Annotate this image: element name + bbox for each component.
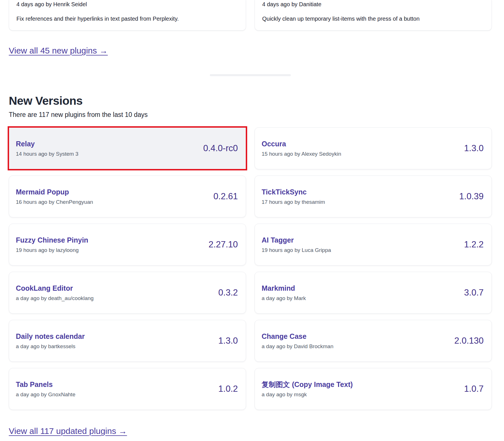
plugin-info: Mermaid Popup 16 hours ago by ChenPengyu… (16, 188, 93, 205)
plugin-info: Markmind a day ago by Mark (262, 284, 306, 302)
updated-plugin-cell: 复制图文 (Copy Image Text) a day ago by msgk… (255, 368, 492, 410)
plugin-name-link[interactable]: Change Case (262, 332, 333, 341)
updated-plugin-cell: Occura 15 hours ago by Alexey Sedoykin 1… (255, 127, 492, 169)
plugin-version: 1.3.0 (464, 143, 484, 154)
plugin-name-link[interactable]: Mermaid Popup (16, 188, 93, 196)
updated-plugin-cell: TickTickSync 17 hours ago by thesamim 1.… (255, 175, 492, 217)
new-plugins-grid: 4 days ago by Henrik Seidel Fix referenc… (9, 0, 492, 31)
plugin-byline: 19 hours ago by lazyloong (16, 247, 88, 254)
plugin-name-link[interactable]: TickTickSync (262, 188, 325, 196)
updated-plugin-card[interactable]: Daily notes calendar a day ago by bartke… (9, 320, 246, 362)
new-plugin-card[interactable]: 4 days ago by Henrik Seidel Fix referenc… (9, 0, 246, 31)
plugin-name-link[interactable]: Occura (262, 140, 341, 148)
plugin-byline: 14 hours ago by System 3 (16, 150, 78, 157)
updated-plugin-card[interactable]: Occura 15 hours ago by Alexey Sedoykin 1… (255, 127, 492, 169)
updated-plugin-cell: Markmind a day ago by Mark 3.0.7 (255, 272, 492, 314)
plugin-description: Quickly clean up temporary list-items wi… (262, 15, 484, 22)
updated-plugin-card[interactable]: Fuzzy Chinese Pinyin 19 hours ago by laz… (9, 224, 246, 266)
plugin-name-link[interactable]: Relay (16, 140, 78, 148)
updated-plugin-card[interactable]: AI Tagger 19 hours ago by Luca Grippa 1.… (255, 224, 492, 266)
plugin-byline: 4 days ago by Henrik Seidel (16, 1, 238, 8)
plugin-byline: a day ago by Mark (262, 295, 306, 302)
plugin-byline: a day ago by David Brockman (262, 343, 333, 350)
plugin-name-link[interactable]: Fuzzy Chinese Pinyin (16, 236, 88, 245)
plugin-byline: 4 days ago by Danitiate (262, 1, 484, 8)
plugin-version: 1.3.0 (218, 335, 238, 346)
updated-plugin-card[interactable]: Mermaid Popup 16 hours ago by ChenPengyu… (9, 175, 246, 217)
plugin-version: 1.2.2 (464, 239, 484, 250)
updated-plugin-cell: AI Tagger 19 hours ago by Luca Grippa 1.… (255, 224, 492, 266)
plugin-info: Fuzzy Chinese Pinyin 19 hours ago by laz… (16, 236, 88, 254)
plugin-name-link[interactable]: Markmind (262, 284, 306, 293)
plugin-name-link[interactable]: CookLang Editor (16, 284, 94, 293)
updated-plugin-card[interactable]: TickTickSync 17 hours ago by thesamim 1.… (255, 175, 492, 217)
plugin-name-link[interactable]: 复制图文 (Copy Image Text) (262, 380, 353, 389)
view-all-new-plugins-link[interactable]: View all 45 new plugins → (9, 45, 108, 56)
plugin-description: Fix references and their hyperlinks in t… (16, 15, 238, 22)
plugin-version: 1.0.7 (464, 384, 484, 394)
plugin-version: 1.0.2 (218, 384, 238, 394)
plugin-byline: a day ago by bartkessels (16, 343, 85, 350)
plugin-byline: 17 hours ago by thesamim (262, 198, 325, 205)
updated-plugin-cell: Fuzzy Chinese Pinyin 19 hours ago by laz… (9, 224, 246, 266)
updated-plugins-grid: Relay 14 hours ago by System 3 0.4.0-rc0… (9, 127, 492, 410)
plugin-name-link[interactable]: Tab Panels (16, 380, 75, 389)
plugin-version: 0.4.0-rc0 (203, 143, 238, 154)
new-versions-subtitle: There are 117 new plugins from the last … (9, 110, 492, 119)
updated-plugin-card[interactable]: CookLang Editor a day ago by death_au/co… (9, 272, 246, 314)
plugin-info: TickTickSync 17 hours ago by thesamim (262, 188, 325, 205)
plugin-info: Tab Panels a day ago by GnoxNahte (16, 380, 75, 398)
plugin-byline: 16 hours ago by ChenPengyuan (16, 198, 93, 205)
plugin-byline: a day ago by GnoxNahte (16, 391, 75, 398)
updated-plugin-card[interactable]: Relay 14 hours ago by System 3 0.4.0-rc0 (9, 127, 246, 169)
plugin-info: Daily notes calendar a day ago by bartke… (16, 332, 85, 350)
updated-plugin-cell: Mermaid Popup 16 hours ago by ChenPengyu… (9, 175, 246, 217)
plugin-version: 2.27.10 (209, 239, 238, 250)
new-versions-section: New Versions There are 117 new plugins f… (9, 94, 492, 436)
updated-plugin-cell: Relay 14 hours ago by System 3 0.4.0-rc0 (9, 127, 246, 169)
view-all-updated-plugins-link[interactable]: View all 117 updated plugins → (9, 426, 127, 436)
plugin-byline: 15 hours ago by Alexey Sedoykin (262, 150, 341, 157)
plugin-byline: 19 hours ago by Luca Grippa (262, 247, 331, 254)
new-plugin-card[interactable]: 4 days ago by Danitiate Quickly clean up… (255, 0, 492, 31)
new-plugins-section: 4 days ago by Henrik Seidel Fix referenc… (9, 0, 492, 56)
plugin-version: 1.0.39 (459, 191, 484, 202)
plugin-info: Change Case a day ago by David Brockman (262, 332, 333, 350)
updated-plugin-card[interactable]: 复制图文 (Copy Image Text) a day ago by msgk… (255, 368, 492, 410)
updated-plugin-cell: Tab Panels a day ago by GnoxNahte 1.0.2 (9, 368, 246, 410)
updated-plugin-card[interactable]: Markmind a day ago by Mark 3.0.7 (255, 272, 492, 314)
updated-plugin-cell: Daily notes calendar a day ago by bartke… (9, 320, 246, 362)
plugin-version: 3.0.7 (464, 287, 484, 298)
updated-plugin-cell: CookLang Editor a day ago by death_au/co… (9, 272, 246, 314)
plugin-version: 2.0.130 (454, 335, 484, 346)
plugin-info: Occura 15 hours ago by Alexey Sedoykin (262, 140, 341, 157)
plugin-version: 0.3.2 (218, 287, 238, 298)
plugin-version: 0.2.61 (213, 191, 238, 202)
plugin-info: CookLang Editor a day ago by death_au/co… (16, 284, 94, 302)
updated-plugin-cell: Change Case a day ago by David Brockman … (255, 320, 492, 362)
plugin-info: AI Tagger 19 hours ago by Luca Grippa (262, 236, 331, 254)
new-versions-title: New Versions (9, 94, 492, 108)
plugin-name-link[interactable]: AI Tagger (262, 236, 331, 245)
page-content: 4 days ago by Henrik Seidel Fix referenc… (9, 0, 492, 436)
plugin-byline: a day ago by msgk (262, 391, 353, 398)
plugin-name-link[interactable]: Daily notes calendar (16, 332, 85, 341)
plugin-byline: a day ago by death_au/cooklang (16, 295, 94, 302)
section-divider (210, 74, 291, 76)
plugin-info: 复制图文 (Copy Image Text) a day ago by msgk (262, 380, 353, 398)
updated-plugin-card[interactable]: Tab Panels a day ago by GnoxNahte 1.0.2 (9, 368, 246, 410)
updated-plugin-card[interactable]: Change Case a day ago by David Brockman … (255, 320, 492, 362)
plugin-info: Relay 14 hours ago by System 3 (16, 140, 78, 157)
